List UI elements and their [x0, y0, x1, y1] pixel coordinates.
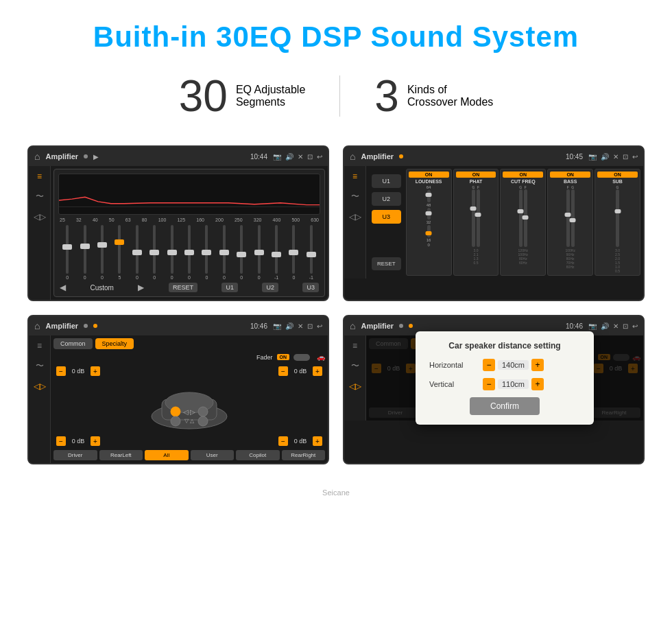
loudness-on[interactable]: ON	[409, 172, 449, 178]
back-icon-3[interactable]: ↩	[317, 322, 322, 330]
eq-icon-2[interactable]: ≡	[352, 172, 357, 181]
confirm-button[interactable]: Confirm	[470, 397, 540, 415]
volume-icon-2: 🔊	[601, 153, 609, 161]
eq-slider-9[interactable]: 0	[217, 225, 232, 280]
eq-slider-3[interactable]: 5	[112, 225, 127, 280]
eq-slider-7[interactable]: 0	[182, 225, 197, 280]
u2-button[interactable]: U2	[262, 283, 278, 292]
screen3-dot1	[84, 324, 88, 328]
driver-btn[interactable]: Driver	[53, 450, 97, 460]
speaker-icon-2[interactable]: ◁▷	[349, 212, 361, 222]
svg-point-4	[171, 407, 180, 416]
rearleft-btn[interactable]: RearLeft	[99, 450, 143, 460]
loudness-sliders: 64 48 32	[427, 185, 431, 247]
volume-icon-4: 🔊	[601, 322, 609, 330]
eq-slider-5[interactable]: 0	[147, 225, 162, 280]
stat-crossover-text: Kinds of Crossover Modes	[407, 84, 493, 108]
eq-icon-3[interactable]: ≡	[37, 341, 42, 351]
speaker-icon[interactable]: ◁▷	[34, 212, 46, 222]
eq-footer: ◀ Custom ▶ RESET U1 U2 U3	[58, 280, 320, 292]
eq-slider-1[interactable]: 0	[77, 225, 92, 280]
screen3-time: 10:46	[250, 322, 267, 330]
eq-slider-6[interactable]: 0	[164, 225, 179, 280]
close-icon-3[interactable]: ✕	[298, 322, 303, 330]
bottom-right-minus[interactable]: −	[278, 436, 288, 446]
u3-crossover-btn[interactable]: U3	[372, 210, 401, 224]
u1-button[interactable]: U1	[221, 283, 238, 292]
top-right-minus[interactable]: −	[278, 366, 288, 376]
sub-on[interactable]: ON	[597, 172, 638, 178]
fader-toggle-on[interactable]: ON	[277, 354, 290, 360]
all-btn[interactable]: All	[145, 450, 189, 460]
next-icon[interactable]: ▶	[138, 283, 144, 292]
bottom-speaker-row: − 0 dB + − 0 dB +	[53, 436, 325, 446]
bottom-left-plus[interactable]: +	[91, 436, 100, 446]
volume-icon: 🔊	[285, 153, 293, 161]
rearright-btn[interactable]: RearRight	[282, 450, 326, 460]
screen1-dot	[84, 154, 88, 158]
user-btn-3[interactable]: User	[191, 450, 235, 460]
vertical-minus[interactable]: −	[483, 378, 495, 390]
eq-icon-4[interactable]: ≡	[352, 341, 357, 351]
horizontal-plus[interactable]: +	[531, 359, 544, 371]
screen1-title: Amplifier	[45, 152, 78, 161]
eq-icon[interactable]: ≡	[37, 172, 42, 181]
phat-on[interactable]: ON	[456, 172, 496, 178]
eq-slider-11[interactable]: 0	[251, 225, 266, 280]
u1-crossover-btn[interactable]: U1	[372, 174, 401, 188]
eq-slider-8[interactable]: 0	[199, 225, 214, 280]
close-icon[interactable]: ✕	[298, 153, 303, 161]
top-left-minus[interactable]: −	[56, 366, 66, 376]
top-left-db: − 0 dB +	[56, 366, 100, 376]
screen3-icons: 📷 🔊 ✕ ⊡ ↩	[273, 322, 322, 330]
close-icon-2[interactable]: ✕	[613, 153, 619, 161]
watermark: Seicane	[0, 485, 672, 504]
eq-slider-4[interactable]: 0	[130, 225, 145, 280]
eq-slider-14[interactable]: -1	[304, 225, 319, 280]
eq-slider-12[interactable]: -1	[269, 225, 284, 280]
cutfreq-on[interactable]: ON	[503, 172, 543, 178]
wave-icon-3[interactable]: 〜	[36, 360, 44, 372]
back-icon[interactable]: ↩	[317, 153, 322, 161]
top-left-plus[interactable]: +	[91, 366, 100, 376]
eq-slider-2[interactable]: 0	[95, 225, 110, 280]
reset-crossover-btn[interactable]: RESET	[372, 257, 401, 270]
camera-icon-4: 📷	[588, 322, 597, 330]
header: Buith-in 30EQ DSP Sound System	[0, 0, 672, 67]
screen2-title: Amplifier	[361, 152, 394, 161]
close-icon-4[interactable]: ✕	[613, 322, 619, 330]
home-icon-2[interactable]: ⌂	[350, 151, 355, 162]
common-tab[interactable]: Common	[53, 338, 93, 349]
back-icon-4[interactable]: ↩	[632, 322, 638, 330]
screen3-title: Amplifier	[45, 322, 78, 330]
eq-slider-10[interactable]: 0	[234, 225, 249, 280]
u3-button[interactable]: U3	[302, 283, 319, 292]
home-icon[interactable]: ⌂	[34, 151, 40, 162]
prev-icon[interactable]: ◀	[60, 283, 66, 292]
wave-icon-2[interactable]: 〜	[351, 191, 359, 202]
u2-crossover-btn[interactable]: U2	[372, 192, 401, 206]
wave-icon-4[interactable]: 〜	[351, 360, 359, 372]
eq-slider-13[interactable]: 0	[286, 225, 301, 280]
speaker-icon-3[interactable]: ◁▷	[34, 381, 46, 391]
copilot-btn[interactable]: Copilot	[236, 450, 280, 460]
horizontal-minus[interactable]: −	[483, 359, 495, 371]
back-icon-2[interactable]: ↩	[632, 153, 638, 161]
fader-toggle-bar[interactable]	[293, 354, 310, 361]
stat-crossover: 3 Kinds of Crossover Modes	[340, 74, 527, 118]
bottom-left-minus[interactable]: −	[56, 436, 66, 446]
vertical-plus[interactable]: +	[531, 378, 544, 390]
bass-on[interactable]: ON	[550, 172, 590, 178]
screen2-bar: ⌂ Amplifier 10:45 📷 🔊 ✕ ⊡ ↩	[344, 147, 643, 166]
speaker-icon-4[interactable]: ◁▷	[349, 381, 361, 391]
reset-button[interactable]: RESET	[169, 283, 197, 292]
svg-text:◁ ▷: ◁ ▷	[183, 408, 196, 416]
eq-slider-0[interactable]: 0	[60, 225, 75, 280]
specialty-tab[interactable]: Specialty	[95, 338, 134, 349]
wave-icon[interactable]: 〜	[36, 191, 44, 202]
home-icon-3[interactable]: ⌂	[34, 320, 40, 331]
screen2-dot	[399, 154, 403, 158]
top-right-plus[interactable]: +	[313, 366, 322, 376]
bottom-right-plus[interactable]: +	[313, 436, 322, 446]
home-icon-4[interactable]: ⌂	[350, 320, 355, 331]
